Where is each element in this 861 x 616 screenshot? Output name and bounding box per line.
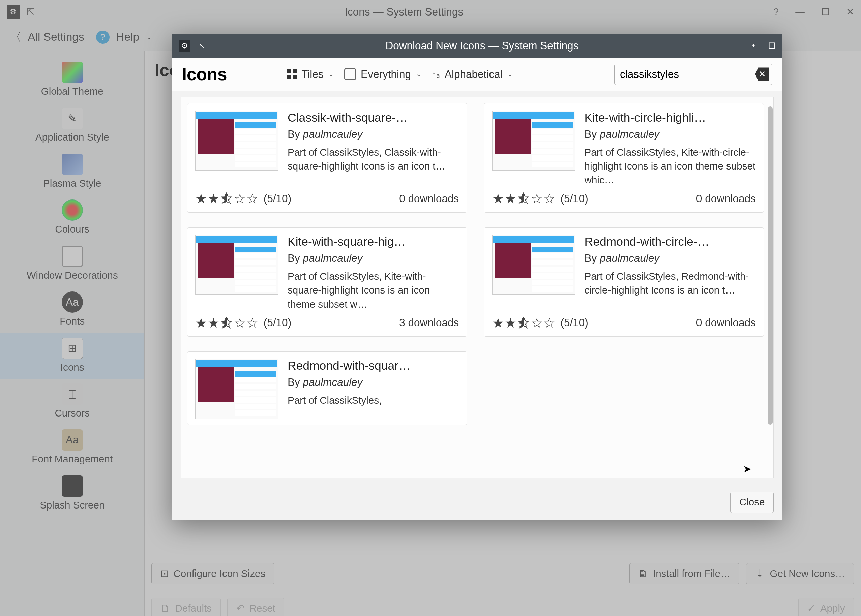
sort-dropdown[interactable]: ↑ₐ Alphabetical ⌄: [431, 68, 513, 80]
dialog-app-icon: ⚙: [179, 40, 190, 52]
rating-text: (5/10): [560, 316, 588, 329]
theme-title: Redmond-with-circle-…: [585, 235, 756, 249]
search-box[interactable]: ✕: [614, 64, 772, 85]
theme-title: Classik-with-square-…: [288, 111, 459, 125]
dialog-footer: Close ➤: [172, 484, 782, 520]
rating-stars: ★★⯪☆☆: [195, 315, 259, 331]
dialog-body: Classik-with-square-… By paulmcauley Par…: [172, 91, 782, 484]
theme-description: Part of ClassikStyles, Kite-with-circle-…: [585, 145, 756, 187]
dialog-controls: Icons Tiles ⌄ Everything ⌄ ↑ₐ Alphabetic…: [172, 58, 782, 91]
dialog-heading: Icons: [182, 64, 227, 84]
theme-author: By paulmcauley: [288, 252, 459, 264]
theme-thumbnail: [195, 111, 278, 171]
mouse-cursor: ➤: [743, 464, 751, 475]
theme-thumbnail: [195, 359, 278, 418]
button-label: Close: [739, 497, 765, 508]
icon-theme-card[interactable]: Classik-with-square-… By paulmcauley Par…: [187, 103, 467, 213]
icon-theme-card[interactable]: Redmond-with-squar… By paulmcauley Part …: [187, 352, 467, 425]
theme-description: Part of ClassikStyles,: [288, 393, 459, 407]
dropdown-label: Everything: [361, 68, 411, 80]
clear-search-icon[interactable]: ✕: [755, 68, 769, 80]
checkbox-icon: [344, 68, 356, 80]
rating-text: (5/10): [264, 192, 291, 205]
dropdown-label: Alphabetical: [445, 68, 503, 80]
theme-author: By paulmcauley: [288, 376, 459, 388]
rating-stars: ★★⯪☆☆: [195, 191, 259, 206]
theme-thumbnail: [492, 235, 575, 294]
rating-text: (5/10): [560, 192, 588, 205]
download-count: 0 downloads: [696, 316, 756, 329]
rating-stars: ★★⯪☆☆: [492, 191, 556, 206]
theme-author: By paulmcauley: [585, 252, 756, 264]
close-button[interactable]: Close: [730, 492, 774, 513]
dropdown-label: Tiles: [301, 68, 323, 80]
chevron-down-icon: ⌄: [507, 70, 513, 79]
theme-author: By paulmcauley: [585, 128, 756, 140]
theme-title: Kite-with-square-hig…: [288, 235, 459, 249]
theme-description: Part of ClassikStyles, Redmond-with-circ…: [585, 269, 756, 297]
icon-theme-card[interactable]: Kite-with-square-hig… By paulmcauley Par…: [187, 228, 467, 337]
theme-title: Redmond-with-squar…: [288, 359, 459, 373]
theme-author: By paulmcauley: [288, 128, 459, 140]
dialog-title: Download New Icons — System Settings: [212, 39, 752, 52]
chevron-down-icon: ⌄: [416, 70, 422, 79]
download-icons-dialog: ⚙ ⇱ Download New Icons — System Settings…: [172, 34, 782, 520]
theme-description: Part of ClassikStyles, Classik-with-squa…: [288, 145, 459, 173]
download-count: 0 downloads: [696, 192, 756, 205]
dialog-minimize-icon[interactable]: •: [752, 41, 755, 50]
theme-thumbnail: [492, 111, 575, 171]
icon-theme-card[interactable]: Kite-with-circle-highli… By paulmcauley …: [484, 103, 764, 213]
sort-icon: ↑ₐ: [431, 69, 440, 80]
chevron-down-icon: ⌄: [328, 70, 334, 79]
theme-description: Part of ClassikStyles, Kite-with-square-…: [288, 269, 459, 311]
filter-dropdown[interactable]: Everything ⌄: [344, 68, 422, 80]
search-input[interactable]: [620, 68, 755, 80]
scrollbar[interactable]: [768, 107, 773, 424]
icon-theme-card[interactable]: Redmond-with-circle-… By paulmcauley Par…: [484, 228, 764, 337]
dialog-titlebar[interactable]: ⚙ ⇱ Download New Icons — System Settings…: [172, 34, 782, 58]
results-grid[interactable]: Classik-with-square-… By paulmcauley Par…: [181, 97, 774, 478]
dialog-pin-icon[interactable]: ⇱: [195, 40, 207, 52]
tiles-icon: [287, 69, 297, 79]
view-mode-dropdown[interactable]: Tiles ⌄: [287, 68, 334, 80]
rating-stars: ★★⯪☆☆: [492, 315, 556, 331]
download-count: 3 downloads: [399, 316, 459, 329]
rating-text: (5/10): [264, 316, 291, 329]
theme-title: Kite-with-circle-highli…: [585, 111, 756, 125]
theme-thumbnail: [195, 235, 278, 294]
download-count: 0 downloads: [399, 192, 459, 205]
dialog-maximize-icon[interactable]: ☐: [768, 41, 776, 50]
